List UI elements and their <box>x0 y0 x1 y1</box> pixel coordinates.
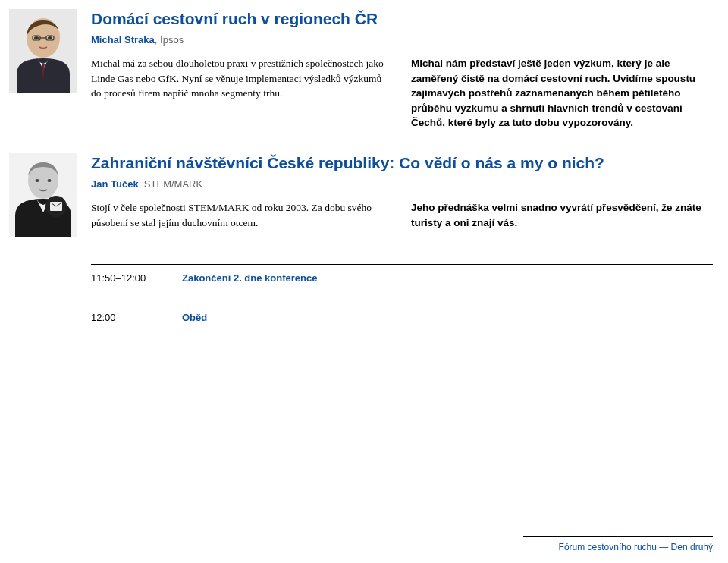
talk-title: Domácí cestovní ruch v regionech ČR <box>91 9 713 28</box>
schedule-row: 12:00 Oběd <box>91 304 713 343</box>
schedule-time: 12:00 <box>91 312 152 323</box>
bio-text: Michal má za sebou dlouholetou praxi v p… <box>91 56 393 131</box>
schedule-time: 11:50–12:00 <box>91 272 152 284</box>
talk-byline: Michal Straka, Ipsos <box>91 34 713 46</box>
schedule-label: Zakončení 2. dne konference <box>182 272 317 284</box>
speaker-photo-1 <box>9 9 77 93</box>
talk-byline: Jan Tuček, STEM/MARK <box>91 178 713 190</box>
svg-point-10 <box>48 179 52 182</box>
schedule-label: Oběd <box>182 312 207 323</box>
talk-columns: Michal má za sebou dlouholetou praxi v p… <box>91 56 713 131</box>
speaker-org: , Ipsos <box>155 34 184 46</box>
bio-text: Stojí v čele společnosti STEM/MARK od ro… <box>91 200 393 230</box>
schedule: 11:50–12:00 Zakončení 2. dne konference … <box>91 264 713 343</box>
speaker-photo-2 <box>9 153 77 237</box>
speaker-org: , STEM/MARK <box>139 178 203 190</box>
talk-title: Zahraniční návštěvníci České republiky: … <box>91 153 713 172</box>
svg-point-9 <box>36 179 39 182</box>
talk-columns: Stojí v čele společnosti STEM/MARK od ro… <box>91 200 713 230</box>
abstract-text: Jeho přednáška velmi snadno vyvrátí přes… <box>411 200 713 230</box>
talk-section-2: Zahraniční návštěvníci České republiky: … <box>0 144 728 237</box>
svg-point-2 <box>34 36 39 39</box>
person-icon <box>9 9 77 93</box>
abstract-text: Michal nám představí ještě jeden výzkum,… <box>411 56 713 131</box>
talk-content-1: Domácí cestovní ruch v regionech ČR Mich… <box>91 9 713 131</box>
person-icon <box>9 153 77 237</box>
schedule-row: 11:50–12:00 Zakončení 2. dne konference <box>91 264 713 304</box>
svg-point-3 <box>48 36 52 39</box>
talk-content-2: Zahraniční návštěvníci České republiky: … <box>91 153 713 237</box>
page-footer: Fórum cestovního ruchu — Den druhý <box>523 536 713 552</box>
speaker-name: Michal Straka <box>91 34 155 46</box>
speaker-name: Jan Tuček <box>91 178 139 190</box>
talk-section-1: Domácí cestovní ruch v regionech ČR Mich… <box>0 0 728 131</box>
